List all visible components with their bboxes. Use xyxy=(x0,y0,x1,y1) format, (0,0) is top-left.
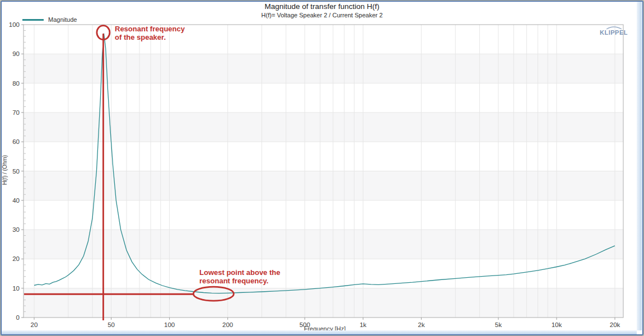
legend-line-swatch xyxy=(22,19,44,21)
legend-label: Magnitude xyxy=(48,16,77,23)
plot-stripes xyxy=(24,54,623,318)
svg-text:90: 90 xyxy=(12,50,20,57)
klippel-logo: KLIPPEL xyxy=(597,25,631,37)
vertical-scrollbar[interactable] xyxy=(637,2,642,330)
horizontal-scrollbar[interactable] xyxy=(2,330,637,334)
svg-text:30: 30 xyxy=(12,226,20,233)
svg-text:60: 60 xyxy=(12,138,20,145)
svg-text:0: 0 xyxy=(16,314,20,321)
svg-text:100: 100 xyxy=(9,21,20,28)
klippel-logo-text: KLIPPEL xyxy=(600,29,628,36)
plot-canvas: 20501002005001k2k5k10k20k010203040506070… xyxy=(0,0,644,336)
svg-text:70: 70 xyxy=(12,109,20,116)
klippel-chart-window: Magnitude of transfer function H(f) H(f)… xyxy=(0,0,644,336)
resonant-frequency-note: Resonant frequency of the speaker. xyxy=(115,25,185,41)
svg-text:10: 10 xyxy=(12,285,20,292)
svg-text:80: 80 xyxy=(12,80,20,87)
legend: Magnitude xyxy=(22,16,77,23)
svg-text:20: 20 xyxy=(12,255,20,262)
svg-text:50: 50 xyxy=(12,168,20,175)
lowest-point-note: Lowest point above the resonant frequenc… xyxy=(199,268,280,285)
svg-text:40: 40 xyxy=(12,197,20,204)
